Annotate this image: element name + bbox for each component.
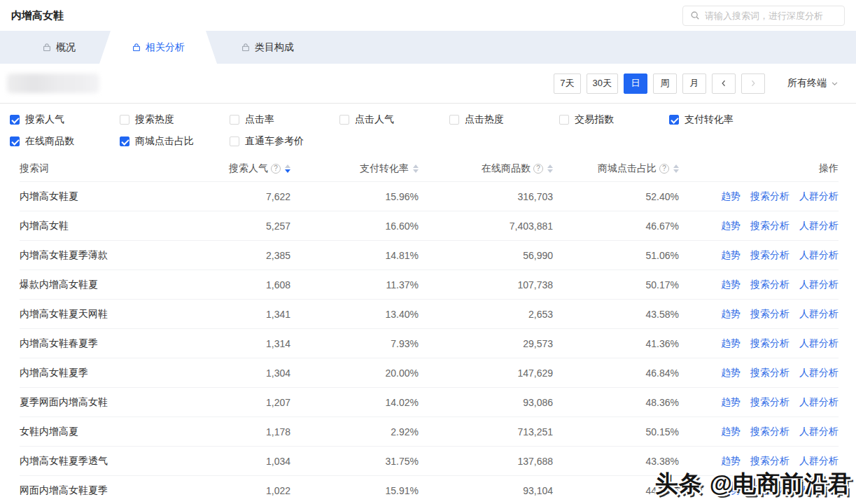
checkbox-icon[interactable] <box>230 136 239 146</box>
help-icon[interactable]: ? <box>533 164 543 174</box>
tab-bar: 概况相关分析类目构成 <box>0 31 856 64</box>
column-header[interactable]: 在线商品数? <box>419 162 553 175</box>
search-analysis-link[interactable]: 搜索分析 <box>750 455 790 468</box>
filter-click-heat[interactable]: 点击热度 <box>449 113 559 126</box>
filter-online-products[interactable]: 在线商品数 <box>10 135 120 148</box>
crowd-analysis-link[interactable]: 人群分析 <box>799 220 839 232</box>
filter-pay-conversion[interactable]: 支付转化率 <box>669 113 779 126</box>
sort-icon[interactable] <box>413 164 419 173</box>
row-actions: 趋势搜索分析人群分析 <box>679 279 839 291</box>
filter-search-heat[interactable]: 搜索热度 <box>120 113 230 126</box>
crowd-analysis-link[interactable]: 人群分析 <box>799 249 839 262</box>
terminal-dropdown[interactable]: 所有终端 <box>787 77 839 90</box>
online-products-cell: 107,738 <box>419 279 553 290</box>
table-row: 网面内增高女鞋夏季1,02215.91%93,10444.36%趋势搜索分析人群… <box>20 475 839 504</box>
sort-icon[interactable] <box>285 164 290 173</box>
trend-link[interactable]: 趋势 <box>721 190 741 203</box>
checkbox-icon[interactable] <box>669 115 679 125</box>
search-analysis-link[interactable]: 搜索分析 <box>750 249 790 262</box>
range-week-button[interactable]: 周 <box>653 74 677 94</box>
row-actions: 趋势搜索分析人群分析 <box>679 396 839 409</box>
search-popularity-cell: 1,207 <box>195 397 290 408</box>
keyword-cell: 女鞋内增高夏 <box>20 426 195 438</box>
table-row: 内增高女鞋5,25716.60%7,403,88146.67%趋势搜索分析人群分… <box>20 211 839 240</box>
trend-link[interactable]: 趋势 <box>721 308 741 321</box>
page-title: 内增高女鞋 <box>11 9 64 22</box>
filter-ztc-reference-price[interactable]: 直通车参考价 <box>230 135 339 148</box>
crowd-analysis-link[interactable]: 人群分析 <box>799 308 839 321</box>
checkbox-icon[interactable] <box>339 115 349 125</box>
checkbox-icon[interactable] <box>120 136 129 146</box>
mall-click-share-cell: 46.84% <box>553 368 679 379</box>
checkbox-icon[interactable] <box>10 115 20 125</box>
crowd-analysis-link[interactable]: 人群分析 <box>799 484 839 497</box>
trend-link[interactable]: 趋势 <box>721 337 741 350</box>
trend-link[interactable]: 趋势 <box>721 484 741 497</box>
filter-label: 商城点击占比 <box>135 135 194 148</box>
search-popularity-cell: 1,314 <box>195 338 290 349</box>
range-day-button[interactable]: 日 <box>624 74 647 94</box>
range-month-button[interactable]: 月 <box>682 74 706 94</box>
crowd-analysis-link[interactable]: 人群分析 <box>799 396 839 409</box>
column-header[interactable]: 搜索人气? <box>195 162 290 175</box>
range-30d-button[interactable]: 30天 <box>587 74 618 94</box>
trend-link[interactable]: 趋势 <box>721 426 741 438</box>
search-analysis-link[interactable]: 搜索分析 <box>750 308 790 321</box>
trend-link[interactable]: 趋势 <box>721 455 741 468</box>
filter-search-popularity[interactable]: 搜索人气 <box>10 113 120 126</box>
filter-click-rate[interactable]: 点击率 <box>230 113 339 126</box>
next-period-button[interactable] <box>741 74 765 94</box>
help-icon[interactable]: ? <box>659 164 669 174</box>
search-analysis-link[interactable]: 搜索分析 <box>750 337 790 350</box>
sort-icon[interactable] <box>673 164 679 173</box>
crowd-analysis-link[interactable]: 人群分析 <box>799 367 839 379</box>
trend-link[interactable]: 趋势 <box>721 220 741 232</box>
checkbox-icon[interactable] <box>120 115 129 125</box>
online-products-cell: 93,086 <box>419 397 553 408</box>
online-products-cell: 137,688 <box>419 456 553 467</box>
column-header[interactable]: 商城点击占比? <box>553 162 679 175</box>
help-icon[interactable]: ? <box>271 164 281 174</box>
checkbox-icon[interactable] <box>230 115 239 125</box>
filter-trade-index[interactable]: 交易指数 <box>559 113 669 126</box>
crowd-analysis-link[interactable]: 人群分析 <box>799 426 839 438</box>
crowd-analysis-link[interactable]: 人群分析 <box>799 455 839 468</box>
prev-period-button[interactable] <box>712 74 736 94</box>
search-analysis-link[interactable]: 搜索分析 <box>750 396 790 409</box>
sort-icon[interactable] <box>547 164 553 173</box>
checkbox-icon[interactable] <box>559 115 569 125</box>
online-products-cell: 29,573 <box>419 338 553 349</box>
checkbox-icon[interactable] <box>449 115 459 125</box>
pay-conversion-cell: 14.02% <box>290 397 419 408</box>
pay-conversion-cell: 7.93% <box>290 338 419 349</box>
tab-overview[interactable]: 概况 <box>18 31 99 64</box>
table-row: 内增高女鞋夏季1,30420.00%147,62946.84%趋势搜索分析人群分… <box>20 358 839 387</box>
crowd-analysis-link[interactable]: 人群分析 <box>799 337 839 350</box>
filter-mall-click-share[interactable]: 商城点击占比 <box>120 135 230 148</box>
search-analysis-link[interactable]: 搜索分析 <box>750 426 790 438</box>
search-input[interactable] <box>705 10 837 21</box>
pay-conversion-cell: 31.75% <box>290 456 419 467</box>
filter-label: 在线商品数 <box>25 135 74 148</box>
trend-link[interactable]: 趋势 <box>721 367 741 379</box>
crowd-analysis-link[interactable]: 人群分析 <box>799 190 839 203</box>
column-header[interactable]: 支付转化率 <box>290 162 419 175</box>
checkbox-icon[interactable] <box>10 136 20 146</box>
trend-link[interactable]: 趋势 <box>721 279 741 291</box>
crowd-analysis-link[interactable]: 人群分析 <box>799 279 839 291</box>
search-analysis-link[interactable]: 搜索分析 <box>750 279 790 291</box>
keyword-search-box[interactable] <box>682 6 845 26</box>
trend-link[interactable]: 趋势 <box>721 396 741 409</box>
pay-conversion-cell: 2.92% <box>290 426 419 438</box>
search-analysis-link[interactable]: 搜索分析 <box>750 190 790 203</box>
search-popularity-cell: 1,034 <box>195 456 290 467</box>
filter-click-popularity[interactable]: 点击人气 <box>339 113 449 126</box>
search-analysis-link[interactable]: 搜索分析 <box>750 367 790 379</box>
trend-link[interactable]: 趋势 <box>721 249 741 262</box>
range-7d-button[interactable]: 7天 <box>554 74 580 94</box>
search-analysis-link[interactable]: 搜索分析 <box>750 220 790 232</box>
search-analysis-link[interactable]: 搜索分析 <box>750 484 790 497</box>
filter-label: 点击人气 <box>355 113 394 126</box>
tab-related-analysis[interactable]: 相关分析 <box>99 31 217 64</box>
tab-category-composition[interactable]: 类目构成 <box>217 31 318 64</box>
